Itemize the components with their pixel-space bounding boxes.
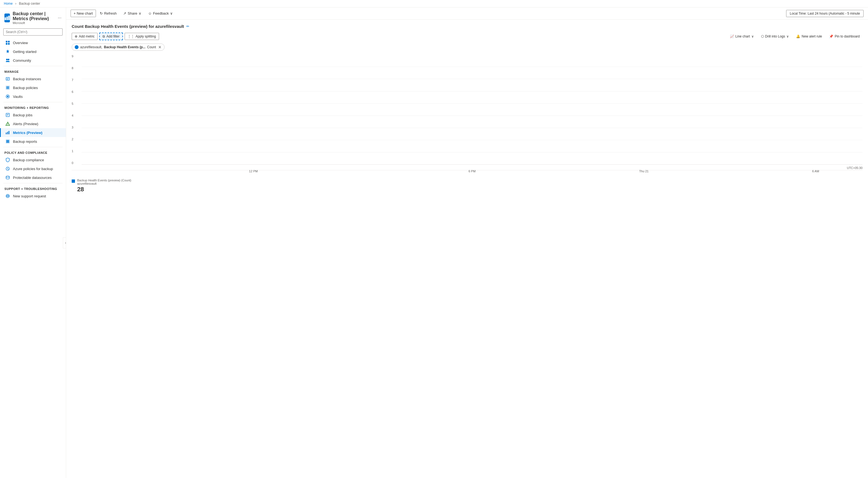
app-logo [4, 13, 10, 22]
breadcrumb-home[interactable]: Home [4, 2, 13, 5]
drill-icon: ⬡ [761, 34, 764, 38]
sidebar-item-label: Alerts (Preview) [13, 122, 38, 126]
svg-point-30 [7, 196, 8, 197]
svg-rect-6 [8, 43, 10, 44]
compliance-icon [5, 157, 10, 162]
collapse-sidebar-button[interactable]: ‹ [63, 237, 66, 248]
feedback-icon: ☺ [148, 11, 152, 16]
sidebar-item-backup-reports[interactable]: Backup reports [0, 137, 66, 146]
svg-rect-23 [7, 132, 8, 134]
alert-icon: 🔔 [796, 34, 800, 38]
sidebar-item-backup-compliance[interactable]: Backup compliance [0, 155, 66, 164]
svg-rect-24 [8, 131, 9, 134]
legend-value: 28 [77, 186, 131, 193]
search-container [0, 27, 66, 38]
add-filter-button[interactable]: ⧉ Add filter [99, 32, 123, 40]
line-chart-chevron: ∨ [751, 34, 754, 38]
share-icon: ↗ [123, 11, 126, 16]
sidebar-item-new-support[interactable]: New support request [0, 191, 66, 201]
svg-point-8 [8, 59, 9, 60]
toolbar-right: Local Time: Last 24 hours (Automatic - 5… [786, 10, 864, 17]
sidebar-item-label: Protectable datasources [13, 176, 52, 180]
share-button[interactable]: ↗ Share ∨ [120, 10, 144, 17]
apply-splitting-button[interactable]: ⋮⋮ Apply splitting [125, 33, 159, 40]
refresh-button[interactable]: ↻ Refresh [97, 10, 120, 17]
sidebar-item-label: Overview [13, 41, 28, 45]
sidebar-item-overview[interactable]: Overview [0, 38, 66, 47]
drill-logs-button[interactable]: ⬡ Drill into Logs ∨ [758, 33, 792, 40]
app-title: Backup center | Metrics (Preview) [13, 11, 55, 21]
sidebar-header: Backup center | Metrics (Preview) Micros… [0, 7, 66, 27]
metric-tag: azurefilesvault, Backup Health Events (p… [72, 43, 164, 51]
x-axis-12pm: 12 PM [249, 170, 258, 173]
pin-dashboard-button[interactable]: 📌 Pin to dashboard [826, 33, 863, 40]
time-range-button[interactable]: Local Time: Last 24 hours (Automatic - 5… [786, 10, 864, 17]
main-layout: Backup center | Metrics (Preview) Micros… [0, 7, 868, 478]
svg-rect-16 [6, 113, 9, 117]
share-chevron-icon: ∨ [138, 11, 142, 16]
edit-title-icon[interactable]: ✏ [186, 24, 189, 28]
x-axis-6pm: 6 PM [469, 170, 476, 173]
svg-rect-26 [6, 140, 9, 143]
community-icon [5, 58, 10, 63]
sidebar-item-getting-started[interactable]: Getting started [0, 47, 66, 56]
refresh-icon: ↻ [100, 11, 103, 16]
add-metric-button[interactable]: ⊕ Add metric [72, 33, 98, 40]
vaults-icon [5, 94, 10, 99]
legend-sublabel: azurefilesvault [77, 182, 131, 185]
logo-icon [4, 15, 10, 21]
search-input[interactable] [3, 28, 63, 35]
svg-rect-2 [8, 16, 10, 20]
breadcrumb-separator: › [15, 2, 16, 5]
sidebar-item-backup-instances[interactable]: Backup instances [0, 74, 66, 83]
sidebar-item-backup-policies[interactable]: Backup policies [0, 83, 66, 92]
content-area: + New chart ↻ Refresh ↗ Share ∨ ☺ Feedba… [66, 7, 868, 478]
sidebar-item-label: New support request [13, 194, 46, 198]
svg-rect-4 [8, 41, 10, 42]
section-policy: Policy and compliance [0, 148, 66, 155]
divider-support [3, 183, 63, 183]
app-more-button[interactable]: ··· [58, 16, 61, 21]
x-axis-thu21: Thu 21 [639, 170, 649, 173]
sidebar-item-label: Backup jobs [13, 113, 33, 117]
split-icon: ⋮⋮ [128, 34, 134, 38]
svg-rect-13 [6, 86, 9, 89]
line-chart-button[interactable]: 📈 Line chart ∨ [727, 33, 757, 40]
sidebar-item-label: Getting started [13, 50, 36, 54]
filter-icon: ⧉ [102, 34, 105, 38]
svg-point-15 [7, 96, 8, 97]
azure-policy-icon [5, 166, 10, 171]
legend-color-swatch [72, 179, 75, 183]
metric-tag-close-button[interactable]: ✕ [158, 45, 161, 49]
sidebar-item-metrics[interactable]: Metrics (Preview) [0, 128, 66, 137]
chart-svg [82, 55, 863, 165]
sidebar-item-alerts[interactable]: Alerts (Preview) [0, 119, 66, 128]
datasources-icon [5, 175, 10, 180]
sidebar-item-azure-policies[interactable]: Azure policies for backup [0, 164, 66, 173]
svg-rect-9 [6, 78, 9, 80]
svg-rect-22 [6, 132, 7, 134]
new-alert-rule-button[interactable]: 🔔 New alert rule [793, 33, 825, 40]
svg-rect-3 [6, 41, 7, 42]
policies-icon [5, 85, 10, 90]
sidebar-item-backup-jobs[interactable]: Backup jobs [0, 111, 66, 119]
chart-plot-area: 12 PM 6 PM Thu 21 6 AM UTC+05:30 [82, 55, 863, 165]
sidebar-item-label: Backup policies [13, 86, 38, 90]
section-manage: Manage [0, 67, 66, 74]
svg-rect-5 [6, 43, 7, 44]
svg-point-21 [7, 125, 8, 125]
instances-icon [5, 77, 10, 81]
new-chart-button[interactable]: + New chart [70, 10, 96, 17]
sidebar-item-label: Backup compliance [13, 158, 44, 162]
alerts-icon [5, 121, 10, 126]
metric-tag-agg: Count [147, 45, 156, 49]
chart-legend: Backup Health Events (preview) (Count) a… [72, 179, 863, 193]
sidebar-item-community[interactable]: Community [0, 56, 66, 65]
feedback-button[interactable]: ☺ Feedback ∨ [145, 10, 176, 17]
sidebar-item-vaults[interactable]: Vaults [0, 92, 66, 101]
svg-rect-1 [7, 17, 8, 20]
sidebar-item-protectable-datasources[interactable]: Protectable datasources [0, 173, 66, 182]
sidebar-item-label: Backup reports [13, 140, 37, 144]
metric-tag-vault: azurefilesvault, [80, 45, 102, 49]
sidebar-item-label: Metrics (Preview) [13, 131, 42, 135]
